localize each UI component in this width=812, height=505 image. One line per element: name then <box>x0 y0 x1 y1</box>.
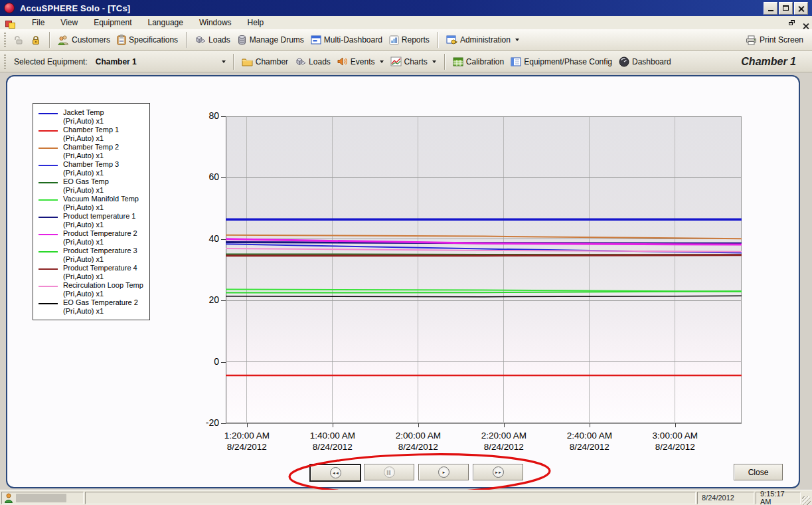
administration-button[interactable]: Administration <box>443 33 523 47</box>
toolbar-grip[interactable] <box>4 54 6 69</box>
legend-swatch <box>39 113 58 114</box>
x-axis-tick <box>247 423 248 427</box>
events-label: Events <box>351 57 375 66</box>
rewind-icon: ◄◄ <box>330 467 341 478</box>
app-logo-icon <box>4 3 15 13</box>
calibration-button[interactable]: Calibration <box>449 55 507 68</box>
toolbar-separator <box>438 32 438 48</box>
menu-bar: File View Equipment Language Windows Hel… <box>0 16 812 29</box>
y-axis-tick <box>221 300 226 301</box>
user-icon <box>4 493 13 503</box>
reports-button[interactable]: Reports <box>386 33 433 47</box>
chamber-label: Chamber <box>256 57 288 66</box>
loads-icon <box>195 35 206 45</box>
selected-equipment-value: Chamber 1 <box>96 57 137 66</box>
mdi-restore-button[interactable] <box>789 20 795 25</box>
menu-windows[interactable]: Windows <box>191 17 240 29</box>
calibration-label: Calibration <box>466 57 504 66</box>
play-icon: ► <box>438 466 449 478</box>
y-axis-label: 60 <box>190 171 219 182</box>
loads-button-2[interactable]: Loads <box>291 54 334 69</box>
legend-label: Chamber Temp 3(Pri,Auto) x1 <box>63 160 119 177</box>
menu-equipment[interactable]: Equipment <box>86 17 139 29</box>
pause-button[interactable]: ▌▌ <box>364 464 414 480</box>
equipment-phase-config-button[interactable]: Equipment/Phase Config <box>507 55 615 68</box>
dashboard-button[interactable]: Dashboard <box>615 54 675 69</box>
x-axis-label: 1:40:00 AM8/24/2012 <box>310 430 355 453</box>
status-user-panel <box>1 492 84 504</box>
legend-swatch <box>39 130 58 132</box>
legend-label: Jacket Temp(Pri,Auto) x1 <box>63 108 104 126</box>
y-axis-tick <box>221 177 226 178</box>
legend-label: Product Temperature 2(Pri,Auto) x1 <box>63 229 137 247</box>
resize-grip[interactable] <box>802 496 811 505</box>
menu-file[interactable]: File <box>24 17 52 29</box>
toolbar-separator <box>444 54 445 70</box>
x-axis-tick <box>504 423 505 427</box>
loads-label-2: Loads <box>309 57 331 66</box>
minimize-button[interactable] <box>764 2 777 15</box>
play-button[interactable]: ► <box>418 464 469 480</box>
y-axis-tick <box>221 116 226 117</box>
legend-label: Chamber Temp 2(Pri,Auto) x1 <box>63 143 119 160</box>
legend-swatch <box>39 217 58 218</box>
manage-drums-button[interactable]: Manage Drums <box>234 33 307 47</box>
legend-item: Recirculation Loop Temp(Pri,Auto) x1 <box>39 281 147 298</box>
toolbar-separator <box>49 32 50 48</box>
specifications-button[interactable]: Specifications <box>114 33 181 47</box>
equipment-phase-config-icon <box>511 57 521 66</box>
x-axis-tick <box>418 423 419 427</box>
print-screen-button[interactable]: Print Screen <box>742 33 807 47</box>
legend-label: Vacuum Manifold Temp(Pri,Auto) x1 <box>63 195 139 212</box>
legend-item: EO Gas Temperature 2(Pri,Auto) x1 <box>39 298 147 316</box>
selected-equipment-dropdown[interactable]: Chamber 1 <box>93 56 228 68</box>
lock-icon <box>31 35 41 45</box>
print-screen-icon <box>746 35 757 45</box>
maximize-button[interactable] <box>779 2 793 15</box>
lock-button[interactable] <box>27 33 44 47</box>
main-area: Jacket Temp(Pri,Auto) x1Chamber Temp 1(P… <box>0 72 812 490</box>
charts-button[interactable]: Charts <box>387 54 440 68</box>
legend-swatch <box>39 286 58 287</box>
loads-button[interactable]: Loads <box>191 33 234 47</box>
unlock-button[interactable] <box>10 33 27 47</box>
rewind-button[interactable]: ◄◄ <box>309 464 361 482</box>
toolbar-grip[interactable] <box>4 33 6 47</box>
legend-label: Chamber Temp 1(Pri,Auto) x1 <box>63 126 119 143</box>
status-date: 8/24/2012 <box>697 492 754 504</box>
legend-swatch <box>39 251 58 252</box>
legend-item: Product temperature 1(Pri,Auto) x1 <box>39 212 147 229</box>
chart-legend: Jacket Temp(Pri,Auto) x1Chamber Temp 1(P… <box>33 103 150 320</box>
minimize-icon <box>768 10 773 11</box>
charts-icon <box>390 56 402 66</box>
mdi-child-icon <box>5 19 15 27</box>
equipment-title: Chamber 1 <box>741 56 796 68</box>
application-window: AccuSPHERE Solo - [TCs] File View Equipm… <box>0 0 812 505</box>
x-axis-label: 1:20:00 AM8/24/2012 <box>224 430 270 453</box>
close-button[interactable]: Close <box>734 464 783 480</box>
dashboard-label: Dashboard <box>632 57 671 66</box>
legend-item: Product Temperature 2(Pri,Auto) x1 <box>39 229 147 247</box>
close-window-button[interactable] <box>794 2 808 15</box>
fast-forward-button[interactable]: ►► <box>473 464 523 480</box>
events-button[interactable]: Events <box>334 54 387 68</box>
status-message-panel <box>85 492 696 504</box>
menu-view[interactable]: View <box>52 17 86 29</box>
legend-label: EO Gas Temp(Pri,Auto) x1 <box>63 177 109 195</box>
y-axis-label: 40 <box>190 233 219 244</box>
multi-dashboard-button[interactable]: Multi-Dashboard <box>307 33 386 47</box>
main-toolbar: Customers Specifications Loads Manage Dr… <box>0 29 812 51</box>
menu-help[interactable]: Help <box>240 17 272 29</box>
legend-swatch <box>39 165 58 166</box>
customers-button[interactable]: Customers <box>54 33 114 47</box>
legend-label: EO Gas Temperature 2(Pri,Auto) x1 <box>63 298 138 316</box>
selected-equipment-label: Selected Equipment: <box>14 57 88 66</box>
x-axis-tick <box>333 423 333 427</box>
specifications-icon <box>117 35 126 45</box>
menu-language[interactable]: Language <box>140 17 191 29</box>
administration-dropdown-icon <box>515 39 519 41</box>
events-dropdown-icon <box>380 60 384 63</box>
unlock-icon <box>13 35 24 45</box>
legend-item: Product Temperature 4(Pri,Auto) x1 <box>39 264 147 281</box>
chamber-button[interactable]: Chamber <box>238 55 291 68</box>
